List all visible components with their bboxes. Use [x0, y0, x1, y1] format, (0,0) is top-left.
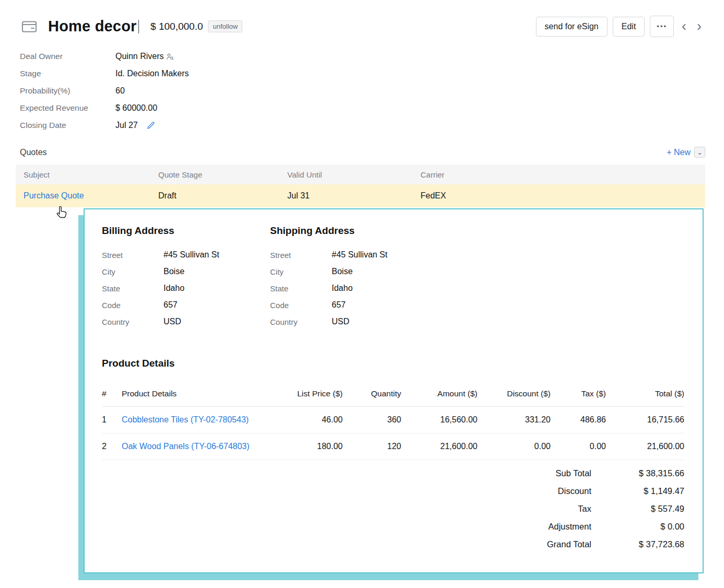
user-lookup-icon[interactable] [166, 52, 174, 61]
addr-label: Code [270, 301, 332, 310]
addr-value: USD [164, 317, 181, 326]
quote-subject-link[interactable]: Purchase Quote [24, 191, 84, 200]
addr-label: Code [102, 301, 164, 310]
summary-label: Tax [547, 504, 591, 514]
product-amount: 21,600.00 [401, 442, 477, 451]
new-quote-dropdown[interactable]: ⌄ [694, 147, 705, 158]
product-list-price: 46.00 [281, 415, 343, 425]
addr-label: City [102, 267, 164, 276]
billing-address-title: Billing Address [102, 225, 270, 237]
product-table-header: # Product Details List Price ($) Quantit… [102, 385, 684, 407]
col-discount: Discount ($) [477, 389, 551, 398]
quote-row[interactable]: Purchase Quote Draft Jul 31 FedEX [16, 184, 705, 207]
new-quote-button[interactable]: + New [667, 148, 691, 157]
field-value: 60 [115, 86, 125, 96]
col-product: Product Details [122, 389, 281, 398]
addr-value: Idaho [164, 284, 184, 293]
product-table: # Product Details List Price ($) Quantit… [102, 385, 684, 460]
edit-closing-date-icon[interactable] [146, 121, 156, 130]
summary-value: $ 38,315.66 [606, 468, 684, 478]
closing-date-value: Jul 27 [115, 121, 138, 130]
field-label: Probability(%) [20, 86, 115, 96]
summary-label: Sub Total [547, 468, 591, 478]
addr-label: Street [270, 251, 332, 260]
next-record-icon[interactable]: › [694, 19, 704, 33]
addr-value: 657 [332, 300, 346, 310]
edit-button[interactable]: Edit [613, 17, 645, 37]
deal-detail-page: Home decor $ 100,000.0 unfollow send for… [0, 0, 724, 588]
summary-label: Discount [547, 486, 591, 496]
deal-amount: $ 100,000.0 [150, 21, 203, 32]
quotes-section-title: Quotes [20, 148, 47, 157]
column-quote-stage: Quote Stage [150, 170, 279, 179]
shipping-address: Shipping Address Street#45 Sullivan St C… [270, 225, 438, 334]
unfollow-button[interactable]: unfollow [208, 20, 242, 32]
field-stage: Stage Id. Decision Makers [20, 69, 724, 78]
product-details-title: Product Details [102, 358, 684, 369]
product-total: 21,600.00 [606, 442, 684, 451]
quote-preview-panel: Billing Address Street#45 Sullivan St Ci… [84, 208, 704, 573]
col-index: # [102, 389, 122, 398]
deal-icon [20, 18, 39, 35]
field-probability: Probability(%) 60 [20, 86, 724, 96]
product-discount: 331.20 [477, 415, 551, 425]
summary-value: $ 0.00 [606, 522, 684, 532]
column-carrier: Carrier [413, 170, 705, 179]
summary-value: $ 1,149.47 [606, 486, 684, 496]
page-title: Home decor [48, 18, 137, 35]
billing-address: Billing Address Street#45 Sullivan St Ci… [102, 225, 270, 334]
field-label: Expected Revenue [20, 103, 115, 113]
product-amount: 16,560.00 [401, 415, 477, 425]
chevron-down-icon: ⌄ [697, 149, 702, 156]
product-index: 2 [102, 442, 122, 451]
addr-value: 657 [164, 300, 178, 310]
product-quantity: 120 [343, 442, 401, 451]
col-amount: Amount ($) [401, 389, 477, 398]
product-row: 1 Cobblestone Tiles (TY-02-780543) 46.00… [102, 407, 684, 433]
product-index: 1 [102, 415, 122, 425]
send-for-esign-button[interactable]: send for eSign [536, 17, 608, 37]
summary-label: Adjustment [547, 522, 591, 532]
col-total: Total ($) [606, 389, 684, 398]
product-discount: 0.00 [477, 442, 551, 451]
field-label: Deal Owner [20, 52, 115, 61]
quote-valid-until-value: Jul 31 [279, 191, 413, 201]
field-value: Jul 27 [115, 121, 156, 130]
col-list-price: List Price ($) [281, 389, 343, 398]
addr-value: #45 Sullivan St [164, 250, 219, 260]
field-label: Stage [20, 69, 115, 78]
text-caret [138, 20, 139, 33]
addr-label: State [102, 284, 164, 293]
addr-value: #45 Sullivan St [332, 250, 388, 260]
more-options-button[interactable]: ••• [650, 16, 674, 37]
addr-label: State [270, 284, 332, 293]
field-label: Closing Date [20, 121, 115, 130]
totals-summary: Sub Total $ 38,315.66 Discount $ 1,149.4… [102, 468, 684, 549]
field-value: $ 60000.00 [115, 103, 157, 113]
quotes-table-header: Subject Quote Stage Valid Until Carrier [16, 164, 705, 184]
addresses: Billing Address Street#45 Sullivan St Ci… [102, 225, 684, 334]
quotes-section-header: Quotes + New ⌄ [20, 147, 705, 158]
product-tax: 0.00 [551, 442, 606, 451]
addr-label: Country [270, 317, 332, 326]
product-tax: 486.86 [551, 415, 606, 425]
field-deal-owner: Deal Owner Quinn Rivers [20, 52, 724, 61]
summary-label: Grand Total [547, 539, 591, 549]
addr-label: Country [102, 317, 164, 326]
product-quantity: 360 [343, 415, 401, 425]
cursor-pointer-icon [55, 205, 69, 219]
quote-carrier-value: FedEX [413, 191, 705, 201]
addr-value: Boise [332, 267, 353, 276]
addr-value: Boise [164, 267, 184, 276]
page-header: Home decor $ 100,000.0 unfollow send for… [0, 0, 724, 37]
addr-value: Idaho [332, 284, 353, 293]
field-value: Id. Decision Makers [115, 69, 189, 78]
product-link[interactable]: Oak Wood Panels (TY-06-674803) [122, 442, 250, 451]
col-quantity: Quantity [343, 389, 401, 398]
product-link[interactable]: Cobblestone Tiles (TY-02-780543) [122, 415, 249, 424]
previous-record-icon[interactable]: ‹ [679, 19, 689, 33]
summary-value: $ 37,723.68 [606, 539, 684, 549]
field-closing-date: Closing Date Jul 27 [20, 121, 724, 130]
col-tax: Tax ($) [551, 389, 606, 398]
quotes-table: Subject Quote Stage Valid Until Carrier … [16, 164, 705, 207]
